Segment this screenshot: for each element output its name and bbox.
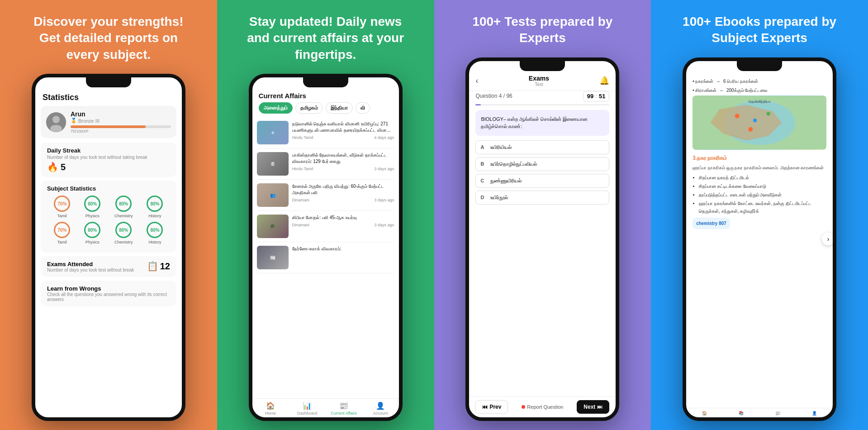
option-text-c: நுண்ணுயிரியல் — [490, 178, 522, 184]
news-meta-1: Hindu Tamil 4 days ago — [292, 135, 394, 140]
avatar — [46, 112, 66, 132]
news-item-2[interactable]: 🏚 பாகிஸ்தானில் தேவாலயங்கள், வீடுகள் தாக்… — [257, 148, 394, 180]
news-title-1: நடுவானில் நெஞ்சு வலியால் விமானி உயிரிழப்… — [292, 121, 394, 134]
option-a[interactable]: A உயிரியியல் — [475, 140, 609, 154]
exam-bottom-nav: ⏮ Prev Report Question Next ⏭ — [469, 396, 616, 417]
option-label-c: C — [480, 178, 487, 183]
ebook-content: • நகரங்கள்–6 பெரிய நகரங்கள் • கிராமங்கள்… — [686, 71, 833, 408]
nav-current-affairs[interactable]: 📰 Current Affairs — [326, 401, 362, 416]
account-icon: 👤 — [376, 401, 385, 410]
profile-info: Arun 🏅 Bronze III 75/100XP — [71, 110, 171, 134]
news-item-3[interactable]: 👥 சேனகல் அருகே பதிரு விபத்து: 60-க்கும் … — [257, 180, 394, 211]
nav-dashboard[interactable]: 📊 Dashboard — [289, 401, 326, 416]
next-button[interactable]: Next ⏭ — [577, 400, 609, 414]
news-thumb-4: 🪖 — [257, 215, 289, 238]
tab-all[interactable]: அனைத்தும் — [259, 102, 293, 114]
xp-bar-bg — [71, 125, 171, 128]
svg-point-2 — [50, 125, 62, 132]
current-affairs-icon: 📰 — [339, 401, 348, 410]
subject-row-1: 70% Tamil 80% Physics 80% Chemistry 80% … — [47, 196, 170, 218]
news-source-4: Dinamani — [292, 223, 309, 227]
report-question-button[interactable]: Report Question — [522, 404, 563, 410]
profile-name: Arun — [71, 110, 171, 118]
bullet-2: சிறப்பான கட்டிடக்கலை வேலைப்பாடு — [699, 182, 826, 190]
news-item-5[interactable]: 📰 நேர்னோ-கராக் விவகாரம்: — [257, 242, 394, 273]
ca-tabs: அனைத்தும் தமிழகம் இந்தியா வி — [252, 102, 399, 117]
ebook-home-icon: 🏠 — [702, 411, 707, 416]
phone-3: ‹ Exams Test 🔔 Question 4 / 96 99 : 51 — [465, 57, 619, 421]
back-icon[interactable]: ‹ — [475, 76, 478, 86]
panel-1-headline: Discover your strengths! Get detailed re… — [23, 14, 194, 63]
next-icon: ⏭ — [597, 404, 602, 410]
subject-circle-tamil: 70% — [54, 196, 70, 212]
option-d[interactable]: D உயிர்நூல் — [475, 191, 609, 205]
question-card: BIOLOGY– என்ற ஆங்கிலச் சொல்லின் இணையான த… — [475, 110, 609, 136]
nav-home-label: Home — [265, 411, 276, 416]
news-content-5: நேர்னோ-கராக் விவகாரம்: — [292, 246, 394, 269]
panel-3-headline: 100+ Tests prepared by Experts — [456, 14, 628, 47]
progress-fill — [475, 104, 481, 105]
tab-tamilnadu[interactable]: தமிழகம் — [295, 102, 323, 114]
ebook-nav-books[interactable]: 📚 — [723, 411, 759, 416]
nav-ca-label: Current Affairs — [331, 411, 356, 416]
chemistry-badge: chemistry 807 — [693, 218, 730, 229]
subject-history-1: 80% History — [147, 196, 163, 218]
news-item-1[interactable]: ✈ நடுவானில் நெஞ்சு வலியால் விமானி உயிரிழ… — [257, 117, 394, 148]
news-source-2: Hindu Tamil — [292, 167, 313, 171]
ebook-nav-news[interactable]: 📰 — [759, 411, 796, 416]
attended-title: Exams Attended — [47, 261, 134, 268]
xp-label: 75/100XP — [71, 129, 171, 134]
news-meta-2: Hindu Tamil 3 days ago — [292, 167, 394, 171]
panel-current-affairs: Stay updated! Daily news and current aff… — [217, 0, 434, 430]
nav-dashboard-label: Dashboard — [297, 411, 317, 416]
news-content-3: சேனகல் அருகே பதிரு விபத்து: 60-க்கும் மே… — [292, 183, 394, 207]
subject-circle-chemistry: 80% — [115, 196, 132, 212]
bell-icon[interactable]: 🔔 — [599, 76, 609, 86]
subject-stats-title: Subject Statistics — [47, 185, 170, 192]
option-label-d: D — [480, 195, 487, 200]
nav-home[interactable]: 🏠 Home — [252, 401, 289, 416]
news-content-2: பாகிஸ்தானில் தேவாலயங்கள், வீடுகள் தாக்கப… — [292, 152, 394, 176]
news-thumb-1: ✈ — [257, 121, 289, 144]
news-thumb-3: 👥 — [257, 183, 289, 207]
ebook-nav-home[interactable]: 🏠 — [686, 411, 723, 416]
news-image-1: ✈ — [257, 121, 289, 144]
tab-world[interactable]: வி — [356, 102, 370, 114]
phone-screen-1: Statistics Arun 🏅 Bronze III 75/100XP — [35, 77, 182, 417]
phone-2: Current Affairs அனைத்தும் தமிழகம் இந்திய… — [249, 74, 403, 421]
news-content-1: நடுவானில் நெஞ்சு வலியால் விமானி உயிரிழப்… — [292, 121, 394, 144]
news-thumb-2: 🏚 — [257, 152, 289, 176]
next-page-arrow[interactable]: › — [822, 233, 835, 245]
profile-card: Arun 🏅 Bronze III 75/100XP — [41, 106, 176, 138]
option-c[interactable]: C நுண்ணுயிரியல் — [475, 174, 609, 188]
news-time-3: 3 days ago — [375, 198, 394, 202]
ca-header: Current Affairs — [252, 87, 399, 102]
option-text-b: உயிர்தொழில்நுட்பவியல் — [490, 161, 537, 167]
prev-button[interactable]: ⏮ Prev — [475, 400, 508, 414]
prev-icon: ⏮ — [482, 404, 488, 410]
tab-india[interactable]: இந்தியா — [326, 102, 353, 114]
ebook-nav-account[interactable]: 👤 — [796, 411, 833, 416]
bottom-nav-ca: 🏠 Home 📊 Dashboard 📰 Current Affairs 👤 A… — [252, 398, 399, 417]
xp-bar-fill — [71, 125, 146, 128]
daily-streak-card: Daily Streak Number of days you took tes… — [41, 143, 176, 177]
subject-chemistry-2: 80% Chemistry — [114, 222, 133, 244]
phone-notch-2 — [303, 77, 348, 87]
panel-2-headline: Stay updated! Daily news and current aff… — [240, 14, 412, 63]
profile-badge: 🏅 Bronze III — [71, 118, 171, 124]
svg-point-7 — [753, 119, 757, 122]
option-label-a: A — [480, 144, 487, 150]
svg-point-9 — [748, 127, 753, 132]
question-number: Question 4 / 96 — [475, 93, 512, 99]
section-sub: ஹரப்பா நாகரிகம் ஒரு நகர நாகரிகம் எனலாம்.… — [693, 164, 826, 171]
timer-seconds: 51 — [599, 93, 605, 100]
phone-screen-2: Current Affairs அனைத்தும் தமிழகம் இந்திய… — [252, 77, 399, 417]
question-info-row: Question 4 / 96 99 : 51 — [469, 91, 616, 104]
news-list: ✈ நடுவானில் நெஞ்சு வலியால் விமானி உயிரிழ… — [252, 117, 399, 398]
nav-account-label: Account — [373, 411, 388, 416]
option-b[interactable]: B உயிர்தொழில்நுட்பவியல் — [475, 157, 609, 171]
news-item-4[interactable]: 🪖 லிபியா மோதல்: பலி 45-ஆக உயர்வு Dinaman… — [257, 211, 394, 242]
nav-account[interactable]: 👤 Account — [362, 401, 399, 416]
map-svg: தென்னிந்தியா — [693, 96, 826, 150]
timer-box: 99 : 51 — [583, 91, 610, 101]
